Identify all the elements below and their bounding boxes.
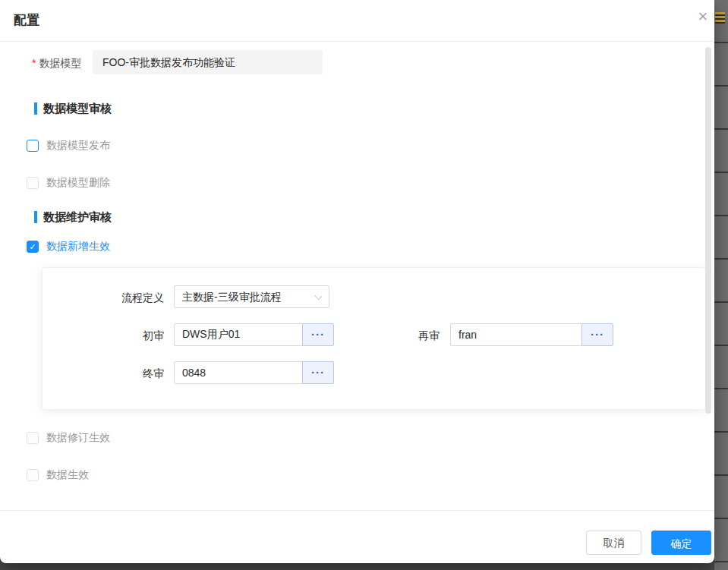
first-review-label: 初审 <box>43 329 164 343</box>
checkbox-row-data-effective[interactable]: 数据生效 <box>27 468 89 482</box>
flow-config-panel: 流程定义 主数据-三级审批流程 初审 ··· 再审 ··· 终审 ··· <box>42 267 706 410</box>
checkbox-row-data-revise-effective[interactable]: 数据修订生效 <box>27 431 110 445</box>
checkbox-row-data-add-effective[interactable]: ✓ 数据新增生效 <box>27 240 110 254</box>
process-definition-value: 主数据-三级审批流程 <box>182 291 282 303</box>
checkbox-unchecked[interactable] <box>27 140 39 152</box>
checkbox-checked[interactable]: ✓ <box>27 241 39 253</box>
first-review-input[interactable] <box>174 323 303 346</box>
section-accent-bar <box>34 102 37 115</box>
config-dialog: 配置 × *数据模型 FOO-审批数据发布功能验证 数据模型审核 数据模型发布 … <box>0 0 714 563</box>
second-review-input[interactable] <box>450 323 582 346</box>
checkbox-row-model-publish[interactable]: 数据模型发布 <box>27 139 110 153</box>
section-title: 数据维护审核 <box>43 210 112 225</box>
final-review-picker-button[interactable]: ··· <box>302 361 334 384</box>
dialog-footer: 取消 确定 <box>0 510 714 563</box>
data-model-value-field: FOO-审批数据发布功能验证 <box>93 50 323 74</box>
checkbox-disabled <box>27 432 39 444</box>
required-asterisk: * <box>32 57 36 69</box>
process-definition-label: 流程定义 <box>43 291 164 305</box>
check-icon: ✓ <box>29 243 36 251</box>
second-review-label: 再审 <box>369 329 440 343</box>
cancel-button[interactable]: 取消 <box>586 531 641 555</box>
final-review-input[interactable] <box>174 361 303 384</box>
first-review-picker-button[interactable]: ··· <box>302 323 334 346</box>
data-model-label-text: 数据模型 <box>39 57 81 69</box>
second-review-picker-button[interactable]: ··· <box>581 323 613 346</box>
section-title: 数据模型审核 <box>43 102 112 116</box>
checkbox-row-model-delete[interactable]: 数据模型删除 <box>27 176 110 190</box>
checkbox-label: 数据模型发布 <box>46 139 110 153</box>
dialog-header: 配置 × <box>0 0 714 42</box>
confirm-button[interactable]: 确定 <box>651 531 711 555</box>
checkbox-label: 数据生效 <box>46 468 89 482</box>
background-page-strip <box>714 0 728 570</box>
dialog-title: 配置 <box>14 11 39 29</box>
checkbox-label: 数据修订生效 <box>46 431 110 445</box>
data-model-label: *数据模型 <box>32 57 81 71</box>
process-definition-select[interactable]: 主数据-三级审批流程 <box>174 285 329 308</box>
checkbox-label: 数据新增生效 <box>46 240 110 254</box>
close-icon[interactable]: × <box>693 7 713 27</box>
final-review-label: 终审 <box>43 367 164 381</box>
scrollbar-thumb[interactable] <box>705 47 711 414</box>
checkbox-disabled <box>27 469 39 481</box>
checkbox-label: 数据模型删除 <box>46 176 110 190</box>
checkbox-disabled <box>27 177 39 189</box>
background-page-fragment <box>715 12 725 24</box>
chevron-down-icon <box>314 292 322 300</box>
section-accent-bar <box>34 211 37 223</box>
